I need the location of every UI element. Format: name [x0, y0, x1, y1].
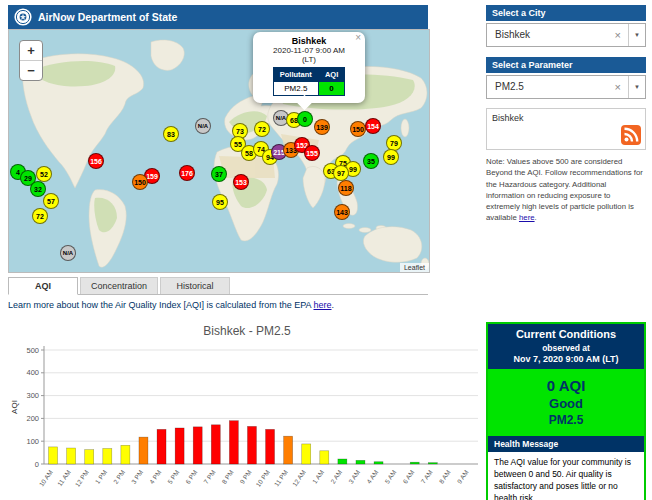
chart-bar[interactable] — [67, 448, 76, 464]
app-header: AirNow Department of State — [8, 5, 428, 29]
map-marker[interactable]: 154 — [365, 118, 381, 134]
chart-bar[interactable] — [410, 462, 419, 464]
map-marker[interactable]: 97 — [333, 165, 349, 181]
x-tick-label: 5 PM — [166, 469, 180, 485]
city-select[interactable]: Bishkek × ▼ — [486, 23, 646, 47]
x-tick-label: 8 AM — [437, 469, 451, 485]
map-marker[interactable]: 150 — [350, 121, 366, 137]
map-marker[interactable]: 0 — [297, 111, 313, 127]
dos-seal-logo — [14, 8, 32, 26]
chart-bar[interactable] — [338, 459, 347, 464]
app-title: AirNow Department of State — [38, 11, 177, 23]
tab-aqi[interactable]: AQI — [8, 277, 78, 295]
map-marker[interactable]: 72 — [254, 121, 270, 137]
chart-bar[interactable] — [49, 447, 58, 464]
popup-timezone: (LT) — [257, 55, 361, 64]
map-marker[interactable]: 57 — [43, 193, 59, 209]
chart-title: Bishkek - PM2.5 — [8, 324, 486, 338]
learn-more-suffix: . — [332, 300, 335, 310]
chart-bar[interactable] — [211, 425, 220, 464]
x-tick-label: 12 PM — [74, 469, 91, 488]
popup-datetime: 2020-11-07 9:00 AM — [257, 46, 361, 55]
x-tick-label: 8 PM — [220, 469, 234, 485]
rss-city-label: Bishkek — [492, 113, 524, 123]
chart-bar[interactable] — [139, 437, 148, 464]
map-marker[interactable]: 35 — [363, 153, 379, 169]
map-marker[interactable]: 155 — [304, 145, 320, 161]
map-attribution[interactable]: Leaflet — [400, 263, 429, 272]
chart-bar[interactable] — [193, 427, 202, 464]
learn-more-body: Learn more about how the Air Quality Ind… — [8, 300, 314, 310]
rss-icon[interactable] — [621, 125, 641, 145]
parameter-clear-icon[interactable]: × — [615, 76, 621, 98]
rss-feed-box: Bishkek — [486, 108, 646, 150]
chart-bar[interactable] — [266, 429, 275, 464]
popup-aqi-table: Pollutant AQI PM2.5 0 — [273, 67, 345, 96]
y-tick-label: 100 — [26, 437, 39, 446]
popup-city: Bishkek — [257, 36, 361, 46]
x-tick-label: 9 PM — [238, 469, 252, 485]
map-marker[interactable]: 32 — [30, 181, 46, 197]
chart-bar[interactable] — [85, 450, 94, 464]
current-conditions-header: Current Conditions observed at Nov 7, 20… — [488, 324, 644, 369]
chart-bar[interactable] — [320, 451, 329, 464]
tab-historical[interactable]: Historical — [160, 277, 230, 294]
map-marker[interactable]: 139 — [314, 119, 330, 135]
popup-close-button[interactable]: × — [355, 33, 361, 43]
map-zoom-out-button[interactable]: − — [20, 60, 42, 80]
chart-bar[interactable] — [121, 445, 130, 464]
chart-bar[interactable] — [229, 421, 238, 464]
chart-bar[interactable] — [103, 448, 112, 464]
map-zoom-in-button[interactable]: + — [20, 41, 42, 60]
popup-aqi-header: AQI — [318, 68, 344, 82]
chart-bar[interactable] — [175, 428, 184, 464]
chart-bar[interactable] — [356, 460, 365, 464]
world-map[interactable]: + − 83N/A7372N/A680139150154555874942151… — [8, 29, 430, 273]
current-conditions-title: Current Conditions — [490, 328, 642, 340]
x-tick-label: 11 PM — [273, 469, 289, 488]
map-marker[interactable]: 52 — [36, 166, 52, 182]
map-marker[interactable]: 99 — [383, 149, 399, 165]
x-tick-label: 1 PM — [94, 469, 108, 485]
health-message-header: Health Message — [488, 436, 644, 452]
map-marker[interactable]: 95 — [212, 194, 228, 210]
map-marker[interactable]: 37 — [211, 166, 227, 182]
x-tick-label: 10 AM — [38, 469, 54, 488]
city-caret-icon[interactable]: ▼ — [628, 24, 640, 46]
y-tick-label: 300 — [26, 391, 39, 400]
city-clear-icon[interactable]: × — [615, 24, 621, 46]
chart-bar[interactable] — [428, 463, 437, 464]
chart-bar[interactable] — [247, 426, 256, 464]
x-tick-label: 4 PM — [148, 469, 162, 485]
map-marker[interactable]: 156 — [88, 153, 104, 169]
epa-link[interactable]: here — [314, 300, 332, 310]
select-city-header: Select a City — [486, 5, 646, 21]
page: AirNow Department of State — [0, 0, 652, 500]
map-marker[interactable]: 83 — [163, 126, 179, 142]
tab-concentration[interactable]: Concentration — [80, 277, 158, 294]
parameter-select[interactable]: PM2.5 × ▼ — [486, 75, 646, 99]
tab-bar: AQI Concentration Historical — [8, 277, 428, 295]
main-column: AirNow Department of State — [8, 5, 428, 500]
map-marker[interactable]: N/A — [195, 118, 211, 134]
chart-bar[interactable] — [157, 429, 166, 464]
map-marker[interactable]: 143 — [334, 204, 350, 220]
map-marker[interactable]: 150 — [132, 174, 148, 190]
observed-at-label: observed at — [490, 343, 642, 353]
note-link[interactable]: here — [519, 213, 535, 222]
map-marker[interactable]: 118 — [338, 180, 354, 196]
map-marker[interactable]: 72 — [32, 208, 48, 224]
health-message-text: The AQI value for your community is betw… — [488, 452, 644, 500]
map-marker[interactable]: 176 — [179, 165, 195, 181]
x-tick-label: 11 AM — [56, 469, 72, 488]
x-tick-label: 12 AM — [291, 469, 307, 488]
note-body: Note: Values above 500 are considered Be… — [486, 157, 643, 222]
map-marker[interactable]: N/A — [60, 245, 76, 261]
chart-bar[interactable] — [374, 462, 383, 464]
note-text: Note: Values above 500 are considered Be… — [486, 156, 646, 224]
parameter-caret-icon[interactable]: ▼ — [628, 76, 640, 98]
map-marker[interactable]: 153 — [233, 174, 249, 190]
chart-bar[interactable] — [284, 436, 293, 464]
note-suffix: . — [535, 213, 537, 222]
chart-bar[interactable] — [302, 444, 311, 464]
